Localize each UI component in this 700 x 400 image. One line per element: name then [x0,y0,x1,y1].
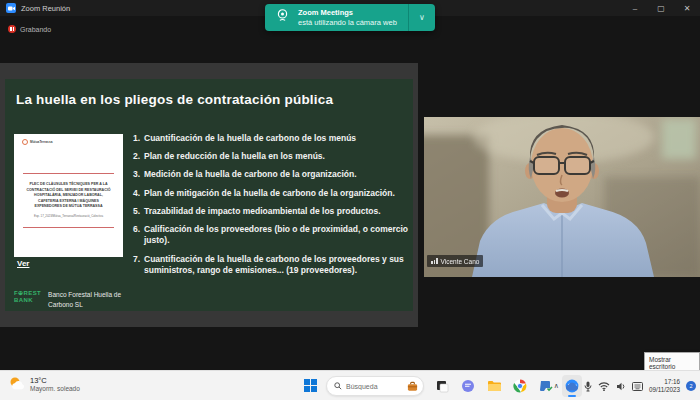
onedrive-icon[interactable] [565,382,578,391]
notification-app-name: Zoom Meetings [298,8,408,18]
chrome-browser-button[interactable] [510,375,530,397]
weather-desc: Mayorm. soleado [30,385,80,392]
taskbar-search[interactable] [326,376,424,396]
file-explorer-button[interactable] [484,375,504,397]
participant-nametag: Vicente Cano [427,255,483,267]
participant-name: Vicente Cano [441,258,480,265]
webcam-icon [275,8,290,27]
chat-app-button[interactable] [458,375,478,397]
connection-bars-icon [431,258,438,264]
list-item: 2.Plan de reducción de la huella en los … [133,151,411,162]
list-item: 7.Cuantificación de la huella de carbono… [133,254,411,276]
participant-video-tile[interactable]: Vicente Cano [424,117,700,277]
weather-temp: 13°C [30,376,80,385]
mutua-terrassa-logo-icon [22,139,28,145]
list-item: 5.Trazabilidad de impacto medioambiental… [133,206,411,217]
weather-sun-icon [8,375,25,392]
clock-time: 17:16 [649,378,680,387]
task-view-button[interactable] [432,375,452,397]
clock-date: 09/11/2023 [649,386,680,395]
recording-label: Grabando [20,26,51,33]
chevron-down-icon[interactable]: ∨ [409,13,435,22]
maximize-button[interactable]: ▢ [648,0,674,16]
camera-notification-banner[interactable]: Zoom Meetings está utilizando la cámara … [265,4,435,31]
speaker-icon[interactable] [616,382,626,391]
shared-screen-frame: La huella en los pliegos de contratación… [0,63,418,327]
list-item: 1.Cuantificación de la huella de carbono… [133,133,411,144]
tray-expand-chevron-icon[interactable]: ∧ [554,382,559,390]
list-item: 4.Plan de mitigación de la huella de car… [133,188,411,199]
minimize-button[interactable]: – [622,0,648,16]
microphone-icon[interactable] [584,381,592,392]
taskbar-clock[interactable]: 17:16 09/11/2023 [649,378,680,395]
language-keyboard-icon[interactable] [632,382,643,391]
document-logo-text: MútuaTerrassa [30,140,52,144]
taskbar: 13°C Mayorm. soleado [0,370,700,400]
ver-link[interactable]: Ver [17,259,29,268]
forest-bank-name: Banco Forestal Huella de Carbono SL [48,290,126,311]
document-heading: PLEC DE CLÀUSULES TÈCNIQUES PER A LA CON… [19,182,118,210]
notification-message: está utilizando la cámara web [298,18,408,27]
search-highlight-icon [407,381,418,392]
search-icon [334,382,342,390]
taskbar-weather-widget[interactable]: 13°C Mayorm. soleado [8,375,80,392]
close-button[interactable]: ✕ [674,0,700,16]
slide-bullet-list: 1.Cuantificación de la huella de carbono… [133,133,411,276]
document-rule-top [23,173,114,174]
webcam-feed [424,117,700,277]
presentation-slide: La huella en los pliegos de contratación… [5,79,413,311]
zoom-meeting-window: Zoom Reunión – ▢ ✕ Grabando Zoom Meeting… [0,0,700,400]
forest-bank-brand: F⊕REST BANK Banco Forestal Huella de Car… [14,290,126,311]
wifi-icon[interactable] [598,382,610,391]
window-title: Zoom Reunión [21,4,70,13]
list-item: 3.Medición de la huella de carbono de la… [133,169,411,180]
notification-count-badge[interactable]: 2 [686,381,696,391]
record-icon [8,25,16,33]
slide-title: La huella en los pliegos de contratación… [16,92,396,107]
document-reference: Exp. 17_2023/Mútua_Terrassa/Restauració_… [19,214,118,218]
windows-start-button[interactable] [304,379,317,392]
recording-indicator[interactable]: Grabando [8,25,51,33]
search-input[interactable] [346,383,407,390]
forest-bank-logo: F⊕REST BANK [14,290,41,311]
list-item: 6.Calificación de los proveedores (bio o… [133,224,411,246]
document-rule-bottom [23,227,114,228]
zoom-app-icon [6,3,16,13]
document-preview-card[interactable]: MútuaTerrassa PLEC DE CLÀUSULES TÈCNIQUE… [14,134,123,257]
